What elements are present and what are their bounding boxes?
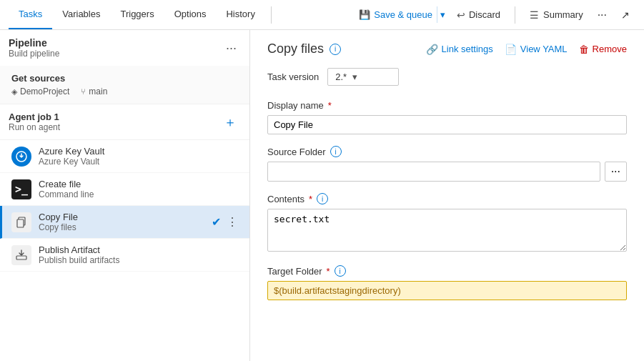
publish-artifact-icon: [11, 245, 31, 265]
copy-file-icon: [11, 212, 31, 232]
link-settings-icon: 🔗: [426, 44, 438, 55]
agent-job-subtitle: Run on agent: [9, 122, 60, 132]
create-file-subtitle: Command line: [39, 189, 241, 199]
more-options-button[interactable]: ···: [592, 6, 613, 24]
nav-divider-2: [515, 6, 515, 24]
panel-title-info-icon[interactable]: i: [330, 44, 341, 55]
copy-file-check-icon: ✔: [212, 215, 221, 229]
source-folder-label: Source Folder i: [267, 146, 627, 157]
svg-rect-2: [17, 219, 24, 227]
source-folder-group: Source Folder i ···: [267, 146, 627, 182]
copy-file-actions: ✔ ⋮: [212, 214, 241, 230]
pipeline-subtitle: Build pipeline: [9, 49, 59, 59]
display-name-input[interactable]: [267, 115, 627, 134]
get-sources-section: Get sources ◈ DemoProject ⑂ main: [0, 66, 249, 104]
publish-artifact-subtitle: Publish build artifacts: [39, 255, 241, 265]
nav-tabs: Tasks Variables Triggers Options History: [9, 0, 265, 29]
sidebar: Pipeline Build pipeline ··· Get sources …: [0, 30, 250, 361]
task-version-value: 2.*: [335, 71, 347, 82]
agent-job-info: Agent job 1 Run on agent: [9, 112, 60, 132]
copy-file-title: Copy File: [39, 212, 204, 222]
tab-variables[interactable]: Variables: [52, 0, 110, 29]
target-folder-info-icon[interactable]: i: [335, 265, 346, 277]
main-layout: Pipeline Build pipeline ··· Get sources …: [0, 30, 644, 361]
create-file-icon: >_: [11, 179, 31, 199]
publish-artifact-info: Publish Artifact Publish build artifacts: [39, 244, 241, 265]
project-meta: ◈ DemoProject: [11, 86, 69, 97]
nav-divider: [271, 6, 272, 24]
display-name-label: Display name *: [267, 100, 627, 111]
pipeline-more-button[interactable]: ···: [222, 39, 241, 57]
tab-triggers[interactable]: Triggers: [110, 0, 164, 29]
pipeline-title: Pipeline: [9, 37, 59, 49]
summary-button[interactable]: ☰ Summary: [524, 6, 589, 24]
source-folder-browse-button[interactable]: ···: [605, 162, 627, 182]
task-item-azure-key-vault[interactable]: Azure Key Vault Azure Key Vault: [0, 140, 249, 173]
panel-actions: 🔗 Link settings 📄 View YAML 🗑 Remove: [426, 44, 627, 55]
discard-icon: ↩: [457, 9, 465, 21]
panel-title: Copy files i: [267, 41, 341, 56]
view-yaml-icon: 📄: [505, 44, 517, 55]
copy-file-info: Copy File Copy files: [39, 212, 204, 232]
contents-required: *: [309, 194, 312, 204]
contents-textarea[interactable]: secret.txt: [267, 209, 627, 252]
task-version-row: Task version 2.* ▾: [267, 68, 627, 86]
publish-artifact-title: Publish Artifact: [39, 244, 241, 255]
remove-button[interactable]: 🗑 Remove: [579, 44, 627, 55]
create-file-title: Create file: [39, 179, 241, 189]
get-sources-meta: ◈ DemoProject ⑂ main: [11, 86, 241, 97]
branch-icon: ⑂: [81, 87, 86, 96]
version-caret-icon: ▾: [352, 71, 357, 82]
branch-name: main: [89, 86, 107, 97]
save-icon: 💾: [359, 9, 370, 20]
contents-label: Contents * i: [267, 193, 627, 204]
azure-key-vault-icon: [11, 147, 31, 167]
nav-actions: 💾 Save & queue ▾ ↩ Discard ☰ Summary ···…: [355, 6, 635, 24]
pipeline-info: Pipeline Build pipeline: [9, 37, 59, 59]
expand-button[interactable]: ↗: [615, 6, 635, 24]
create-file-info: Create file Command line: [39, 179, 241, 199]
agent-job-header: Agent job 1 Run on agent ＋: [0, 104, 249, 140]
copy-file-more-button[interactable]: ⋮: [224, 214, 241, 230]
target-folder-required: *: [327, 266, 330, 277]
target-folder-input[interactable]: [267, 281, 627, 300]
display-name-group: Display name *: [267, 100, 627, 134]
contents-group: Contents * i secret.txt: [267, 193, 627, 254]
task-item-create-file[interactable]: >_ Create file Command line: [0, 173, 249, 206]
pipeline-header: Pipeline Build pipeline ···: [0, 30, 249, 66]
view-yaml-button[interactable]: 📄 View YAML: [505, 44, 568, 55]
remove-icon: 🗑: [579, 44, 589, 55]
azure-key-vault-info: Azure Key Vault Azure Key Vault: [39, 146, 241, 167]
task-version-select[interactable]: 2.* ▾: [327, 68, 399, 86]
tab-history[interactable]: History: [216, 0, 264, 29]
add-task-button[interactable]: ＋: [219, 112, 241, 132]
panel-header: Copy files i 🔗 Link settings 📄 View YAML…: [267, 41, 627, 56]
tab-tasks[interactable]: Tasks: [9, 0, 52, 29]
target-folder-label: Target Folder * i: [267, 265, 627, 277]
project-icon: ◈: [11, 87, 17, 97]
copy-file-subtitle: Copy files: [39, 222, 204, 232]
svg-rect-3: [16, 256, 26, 259]
save-queue-dropdown-button[interactable]: ▾: [437, 6, 448, 23]
task-item-copy-file[interactable]: Copy File Copy files ✔ ⋮: [0, 206, 249, 239]
agent-job-title: Agent job 1: [9, 112, 60, 122]
source-folder-info-icon[interactable]: i: [330, 146, 342, 157]
source-folder-input[interactable]: [267, 162, 600, 182]
azure-key-vault-subtitle: Azure Key Vault: [39, 157, 241, 167]
display-name-required: *: [328, 100, 332, 111]
task-item-publish-artifact[interactable]: Publish Artifact Publish build artifacts: [0, 239, 249, 272]
link-settings-button[interactable]: 🔗 Link settings: [426, 44, 493, 55]
top-nav: Tasks Variables Triggers Options History…: [0, 0, 644, 30]
contents-info-icon[interactable]: i: [317, 193, 328, 204]
azure-key-vault-title: Azure Key Vault: [39, 146, 241, 157]
tab-options[interactable]: Options: [164, 0, 217, 29]
summary-icon: ☰: [530, 9, 539, 21]
task-version-label: Task version: [267, 71, 319, 82]
project-name: DemoProject: [20, 86, 69, 97]
target-folder-group: Target Folder * i: [267, 265, 627, 300]
save-queue-button[interactable]: 💾 Save & queue: [355, 6, 437, 23]
save-queue-group: 💾 Save & queue ▾: [355, 6, 448, 23]
get-sources-title: Get sources: [11, 73, 241, 84]
discard-button[interactable]: ↩ Discard: [451, 6, 506, 24]
source-folder-input-row: ···: [267, 162, 627, 182]
